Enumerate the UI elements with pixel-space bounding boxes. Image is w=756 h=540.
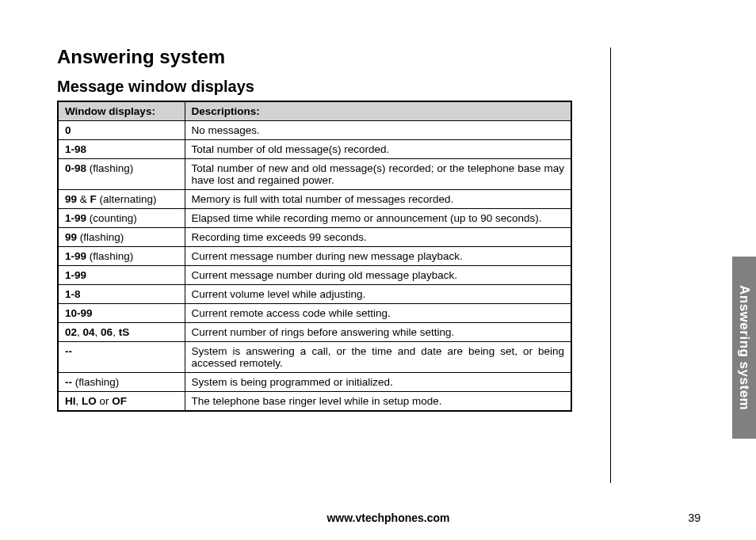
window-display-code: 99 & F (alternating) [58, 190, 185, 209]
window-display-description: Elapsed time while recording memo or ann… [185, 209, 571, 228]
window-display-description: Current volume level while adjusting. [185, 285, 571, 304]
table-row: 99 & F (alternating)Memory is full with … [58, 190, 571, 209]
table-row: 0-98 (flashing)Total number of new and o… [58, 159, 571, 190]
table-row: 99 (flashing)Recording time exceeds 99 s… [58, 228, 571, 247]
footer-url: www.vtechphones.com [57, 511, 720, 524]
table-row: 1-98Total number of old message(s) recor… [58, 140, 571, 159]
window-display-code: 1-99 (flashing) [58, 247, 185, 266]
table-row: 02, 04, 06, tSCurrent number of rings be… [58, 323, 571, 342]
vertical-divider [610, 48, 611, 483]
content-area: Answering system Message window displays… [57, 46, 580, 412]
window-display-code: 10-99 [58, 304, 185, 323]
table-row: 1-99 (flashing)Current message number du… [58, 247, 571, 266]
window-display-code: 0-98 (flashing) [58, 159, 185, 190]
window-display-description: Current remote access code while setting… [185, 304, 571, 323]
window-display-code: 99 (flashing) [58, 228, 185, 247]
table-row: 10-99Current remote access code while se… [58, 304, 571, 323]
window-display-description: Total number of old message(s) recorded. [185, 140, 571, 159]
table-row: 1-99Current message number during old me… [58, 266, 571, 285]
window-display-description: System is being programmed or initialize… [185, 373, 571, 392]
table-row: --System is answering a call, or the tim… [58, 342, 571, 373]
window-display-description: No messages. [185, 121, 571, 140]
window-display-code: HI, LO or OF [58, 392, 185, 412]
table-row: 1-8Current volume level while adjusting. [58, 285, 571, 304]
window-display-code: -- (flashing) [58, 373, 185, 392]
table-row: 0No messages. [58, 121, 571, 140]
window-display-description: Recording time exceeds 99 seconds. [185, 228, 571, 247]
table-row: -- (flashing)System is being programmed … [58, 373, 571, 392]
section-subtitle: Message window displays [57, 78, 580, 96]
header-window-displays: Window displays: [58, 101, 185, 121]
window-display-code: 1-8 [58, 285, 185, 304]
window-display-description: Total number of new and old message(s) r… [185, 159, 571, 190]
displays-table: Window displays: Descriptions: 0No messa… [57, 101, 572, 412]
table-row: 1-99 (counting)Elapsed time while record… [58, 209, 571, 228]
page: Answering system Message window displays… [0, 0, 756, 540]
window-display-code: 1-99 [58, 266, 185, 285]
window-display-description: Memory is full with total number of mess… [185, 190, 571, 209]
window-display-description: System is answering a call, or the time … [185, 342, 571, 373]
header-descriptions: Descriptions: [185, 101, 571, 121]
footer-page-number: 39 [688, 511, 701, 524]
window-display-code: 02, 04, 06, tS [58, 323, 185, 342]
table-header-row: Window displays: Descriptions: [58, 101, 571, 121]
page-title: Answering system [57, 46, 580, 68]
window-display-code: 1-99 (counting) [58, 209, 185, 228]
window-display-description: Current message number during old messag… [185, 266, 571, 285]
table-row: HI, LO or OFThe telephone base ringer le… [58, 392, 571, 412]
window-display-code: 0 [58, 121, 185, 140]
window-display-description: The telephone base ringer level while in… [185, 392, 571, 412]
window-display-description: Current number of rings before answering… [185, 323, 571, 342]
window-display-code: -- [58, 342, 185, 373]
window-display-description: Current message number during new messag… [185, 247, 571, 266]
side-tab-label: Answering system [732, 257, 756, 439]
window-display-code: 1-98 [58, 140, 185, 159]
